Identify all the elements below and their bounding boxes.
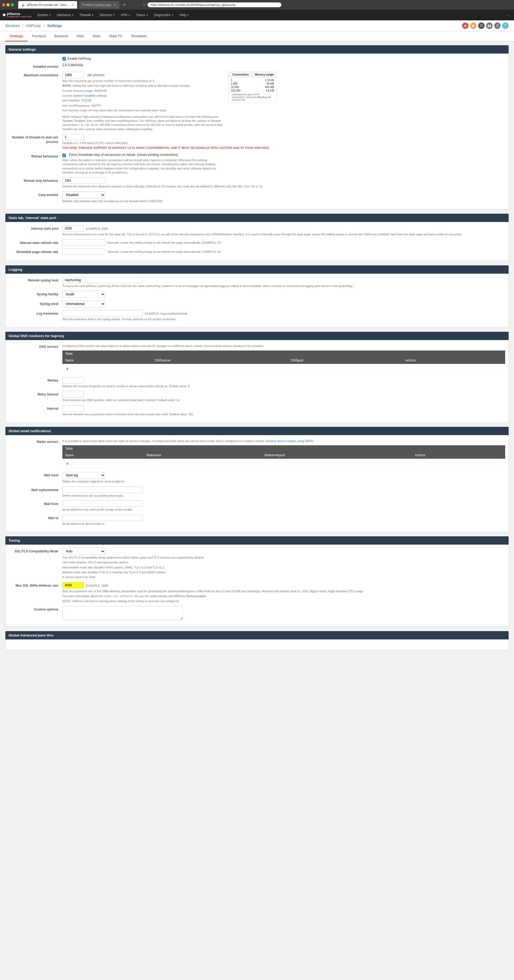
system-tunables-link[interactable]: System Tunables bbox=[73, 94, 95, 97]
tab-templates[interactable]: Templates bbox=[127, 31, 151, 41]
active-tab[interactable]: 🔒 pfSense-01.mymlab.net - Serv... ✕ bbox=[18, 1, 77, 9]
carp-select[interactable]: Disabled bbox=[62, 191, 105, 199]
carp-content: Disabled Monitor carp interface and only… bbox=[62, 191, 505, 203]
tab-stats[interactable]: Stats bbox=[88, 31, 105, 41]
syslog-level-select[interactable]: Informational bbox=[62, 301, 105, 307]
remote-syslog-row: Remote syslog host To log to the local p… bbox=[9, 277, 505, 288]
max-conn-label: Maximum connections bbox=[9, 72, 62, 78]
restart-button[interactable]: ▶ bbox=[470, 22, 476, 29]
list-button[interactable]: ☰ bbox=[478, 22, 485, 29]
threads-input[interactable] bbox=[62, 134, 84, 140]
forward-btn[interactable]: → bbox=[137, 3, 141, 7]
threads-help2: FOR NOW, THREADS SUPPORT IN HAPROXY 1.8 … bbox=[62, 146, 505, 150]
dns-add-row: + bbox=[62, 364, 505, 374]
reload-stop-help: Defines the maximum time allowed to perf… bbox=[62, 185, 505, 188]
mail-to-label: Mail to bbox=[9, 515, 62, 520]
custom-options-content bbox=[62, 606, 505, 620]
mail-to-input[interactable] bbox=[62, 515, 143, 521]
window-controls[interactable] bbox=[2, 3, 14, 6]
tab-close-icon[interactable]: ✕ bbox=[72, 3, 74, 7]
enable-row: Enable HAProxy bbox=[9, 57, 505, 60]
maximize-btn[interactable] bbox=[11, 3, 14, 6]
logging-section: Logging Remote syslog host To log to the… bbox=[5, 265, 509, 328]
mail-from-input[interactable] bbox=[62, 500, 143, 507]
enable-checkbox[interactable] bbox=[62, 57, 66, 60]
nav-status[interactable]: Status ▼ bbox=[134, 11, 151, 19]
nav-interfaces[interactable]: Interfaces ▼ bbox=[54, 11, 76, 19]
ssl-compat-row: SSL/TLS Compatibility Mode Auto The SSL/… bbox=[9, 548, 505, 579]
nav-services[interactable]: Services ▼ bbox=[97, 11, 118, 19]
ssl-compat-select[interactable]: Auto bbox=[62, 548, 105, 555]
haproxy-doc-link[interactable]: HAProxy Documentation bbox=[174, 594, 206, 598]
nav-help[interactable]: Help ▼ bbox=[177, 11, 192, 19]
nav-right-icons: → bbox=[503, 11, 511, 19]
nav-firewall[interactable]: Firewall ▼ bbox=[77, 11, 96, 19]
dns-add-btn[interactable]: + bbox=[65, 366, 70, 372]
email-col-port: Mailserverport bbox=[262, 452, 412, 459]
tab-stats-fs[interactable]: Stats FS bbox=[105, 31, 127, 41]
smtp-link[interactable]: Email is sent to mailers using SMTP. bbox=[266, 439, 314, 442]
max-conn-input[interactable] bbox=[62, 72, 84, 78]
syslog-facility-row: Syslog facility local0 bbox=[9, 291, 505, 298]
threads-content: Defaults to 1 if left blank (4 CPU core(… bbox=[62, 134, 505, 150]
mail-hostname-input[interactable] bbox=[62, 487, 143, 493]
system-tunables-link2[interactable]: 'System Tunables' bbox=[62, 119, 86, 123]
mail-level-select[interactable]: Dont log bbox=[62, 472, 105, 479]
mail-from-label: Mail from bbox=[9, 500, 62, 506]
internal-port-label: Internal stats port bbox=[9, 225, 62, 231]
breadcrumb-haproxy[interactable]: HAProxy bbox=[26, 24, 41, 28]
close-btn[interactable] bbox=[2, 3, 5, 6]
tab-files[interactable]: Files bbox=[72, 31, 88, 41]
reload-btn[interactable]: ⟳ bbox=[143, 3, 146, 7]
interval-input[interactable] bbox=[62, 405, 84, 412]
nav-services-arrow: ▼ bbox=[113, 14, 115, 16]
back-btn[interactable]: ← bbox=[132, 3, 136, 7]
nav-services-label: Services bbox=[100, 13, 112, 17]
log-hostname-input[interactable] bbox=[62, 310, 143, 317]
email-add-btn[interactable]: + bbox=[65, 460, 70, 467]
sticky-refresh-label: Sticktable page refresh rate bbox=[9, 248, 62, 255]
tab-settings[interactable]: Settings bbox=[5, 31, 27, 41]
chart-button[interactable]: ▮▮ bbox=[486, 22, 493, 29]
nav-vpn[interactable]: VPN ▼ bbox=[118, 11, 133, 19]
reload-checkbox[interactable] bbox=[62, 154, 66, 157]
custom-options-textarea[interactable] bbox=[62, 606, 183, 620]
syslog-facility-select[interactable]: local0 bbox=[62, 291, 105, 298]
tab-backend[interactable]: Backend bbox=[50, 31, 72, 41]
minimize-btn[interactable] bbox=[6, 3, 10, 6]
address-bar[interactable]: https://pfsense-01.mymlab.net:8443/hapro… bbox=[148, 2, 282, 7]
internal-port-input[interactable] bbox=[62, 225, 84, 232]
inactive-tab-close-icon[interactable]: ✕ bbox=[114, 3, 116, 7]
dh-size-input[interactable] bbox=[62, 582, 84, 589]
max-conn-help1: Sets the maximum per-process number of c… bbox=[62, 79, 223, 83]
stop-button[interactable]: ■ bbox=[462, 22, 468, 29]
new-tab-btn[interactable]: + bbox=[121, 2, 127, 7]
tab-frontend[interactable]: Frontend bbox=[27, 31, 50, 41]
nav-diagnostics[interactable]: Diagnostics ▼ bbox=[151, 11, 177, 19]
nav-extra-icon[interactable]: → bbox=[503, 11, 511, 19]
sticky-refresh-content: Seconds, Leave this setting empty to not… bbox=[62, 248, 505, 255]
ssl-compat-help4: Modern mode also disables TLS v1.2, leav… bbox=[62, 570, 505, 574]
retries-input[interactable] bbox=[62, 377, 84, 383]
email-table-wrapper: Table Name Mailserver Mailserverport Act… bbox=[62, 445, 505, 469]
kern-maxfiles: kern.maxfiles: 515238 bbox=[62, 99, 223, 103]
breadcrumb-services[interactable]: Services bbox=[5, 24, 20, 28]
threads-label: Number of threads to start per process bbox=[9, 134, 62, 144]
mailer-row: Mailer servers It is possible to send em… bbox=[9, 438, 505, 469]
sticky-refresh-input[interactable] bbox=[62, 248, 105, 255]
refresh-rate-input[interactable] bbox=[62, 239, 105, 246]
table-button[interactable]: ☷ bbox=[494, 22, 501, 29]
reload-stop-input[interactable] bbox=[62, 177, 105, 184]
retries-content: Defines the number of queries to send to… bbox=[62, 377, 505, 388]
retry-timeout-input[interactable] bbox=[62, 391, 84, 397]
nav-system[interactable]: System ▼ bbox=[35, 11, 54, 19]
log-hostname-help: Sets the hostname field in the syslog he… bbox=[62, 317, 505, 321]
retries-row: Retries Defines the number of queries to… bbox=[9, 377, 505, 388]
remote-syslog-input[interactable] bbox=[62, 277, 143, 283]
inactive-tab[interactable]: Problem loading page ✕ bbox=[79, 1, 119, 9]
email-body: Mailer servers It is possible to send em… bbox=[5, 435, 509, 532]
dh-size-example: EXAMPLE: 2048 bbox=[86, 584, 108, 588]
tuning-body: SSL/TLS Compatibility Mode Auto The SSL/… bbox=[5, 545, 509, 627]
help-button[interactable]: ? bbox=[502, 22, 509, 29]
retry-timeout-content: Time between two DNS queries, when no re… bbox=[62, 391, 505, 402]
